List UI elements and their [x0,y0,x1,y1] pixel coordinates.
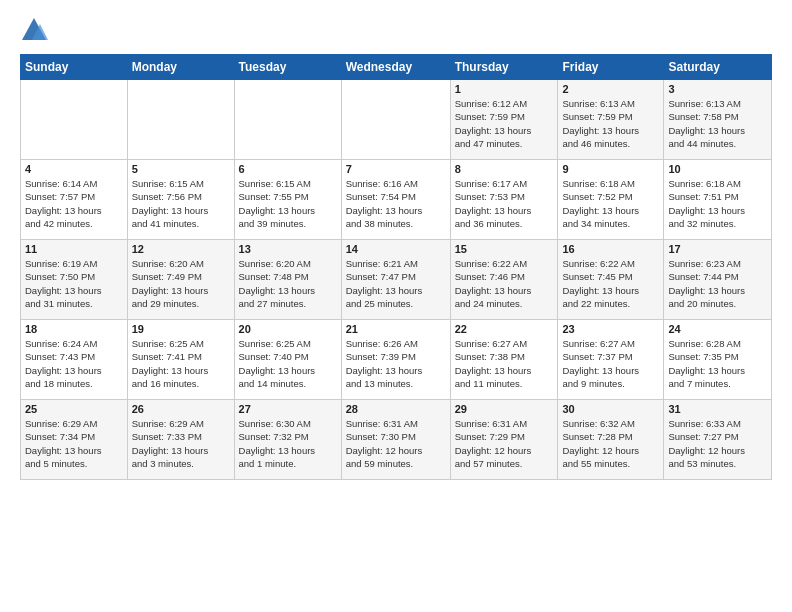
calendar-cell: 10Sunrise: 6:18 AMSunset: 7:51 PMDayligh… [664,160,772,240]
day-info: Sunrise: 6:13 AMSunset: 7:59 PMDaylight:… [562,97,659,150]
day-info: Sunrise: 6:15 AMSunset: 7:55 PMDaylight:… [239,177,337,230]
day-info: Sunrise: 6:18 AMSunset: 7:51 PMDaylight:… [668,177,767,230]
calendar-cell: 31Sunrise: 6:33 AMSunset: 7:27 PMDayligh… [664,400,772,480]
day-number: 21 [346,323,446,335]
day-number: 12 [132,243,230,255]
calendar-cell: 23Sunrise: 6:27 AMSunset: 7:37 PMDayligh… [558,320,664,400]
calendar-cell [341,80,450,160]
calendar-cell: 28Sunrise: 6:31 AMSunset: 7:30 PMDayligh… [341,400,450,480]
weekday-wednesday: Wednesday [341,55,450,80]
calendar-cell: 26Sunrise: 6:29 AMSunset: 7:33 PMDayligh… [127,400,234,480]
day-number: 7 [346,163,446,175]
day-info: Sunrise: 6:30 AMSunset: 7:32 PMDaylight:… [239,417,337,470]
calendar-row: 18Sunrise: 6:24 AMSunset: 7:43 PMDayligh… [21,320,772,400]
day-number: 25 [25,403,123,415]
day-info: Sunrise: 6:24 AMSunset: 7:43 PMDaylight:… [25,337,123,390]
calendar-cell: 18Sunrise: 6:24 AMSunset: 7:43 PMDayligh… [21,320,128,400]
day-number: 13 [239,243,337,255]
weekday-friday: Friday [558,55,664,80]
day-info: Sunrise: 6:12 AMSunset: 7:59 PMDaylight:… [455,97,554,150]
day-info: Sunrise: 6:20 AMSunset: 7:49 PMDaylight:… [132,257,230,310]
day-info: Sunrise: 6:27 AMSunset: 7:38 PMDaylight:… [455,337,554,390]
day-info: Sunrise: 6:28 AMSunset: 7:35 PMDaylight:… [668,337,767,390]
calendar-cell [127,80,234,160]
day-info: Sunrise: 6:19 AMSunset: 7:50 PMDaylight:… [25,257,123,310]
day-info: Sunrise: 6:13 AMSunset: 7:58 PMDaylight:… [668,97,767,150]
calendar-cell: 16Sunrise: 6:22 AMSunset: 7:45 PMDayligh… [558,240,664,320]
day-number: 18 [25,323,123,335]
day-number: 19 [132,323,230,335]
calendar-cell: 5Sunrise: 6:15 AMSunset: 7:56 PMDaylight… [127,160,234,240]
calendar-page: SundayMondayTuesdayWednesdayThursdayFrid… [0,0,792,612]
page-header [20,16,772,44]
day-number: 24 [668,323,767,335]
calendar-cell: 25Sunrise: 6:29 AMSunset: 7:34 PMDayligh… [21,400,128,480]
calendar-cell: 4Sunrise: 6:14 AMSunset: 7:57 PMDaylight… [21,160,128,240]
calendar-cell: 24Sunrise: 6:28 AMSunset: 7:35 PMDayligh… [664,320,772,400]
day-number: 9 [562,163,659,175]
day-info: Sunrise: 6:22 AMSunset: 7:46 PMDaylight:… [455,257,554,310]
day-number: 28 [346,403,446,415]
day-number: 10 [668,163,767,175]
day-info: Sunrise: 6:20 AMSunset: 7:48 PMDaylight:… [239,257,337,310]
calendar-cell: 9Sunrise: 6:18 AMSunset: 7:52 PMDaylight… [558,160,664,240]
day-number: 3 [668,83,767,95]
day-number: 26 [132,403,230,415]
calendar-cell: 13Sunrise: 6:20 AMSunset: 7:48 PMDayligh… [234,240,341,320]
day-info: Sunrise: 6:18 AMSunset: 7:52 PMDaylight:… [562,177,659,230]
calendar-cell: 15Sunrise: 6:22 AMSunset: 7:46 PMDayligh… [450,240,558,320]
calendar-cell: 6Sunrise: 6:15 AMSunset: 7:55 PMDaylight… [234,160,341,240]
calendar-cell: 22Sunrise: 6:27 AMSunset: 7:38 PMDayligh… [450,320,558,400]
calendar-cell: 29Sunrise: 6:31 AMSunset: 7:29 PMDayligh… [450,400,558,480]
logo-icon [20,16,48,44]
day-info: Sunrise: 6:26 AMSunset: 7:39 PMDaylight:… [346,337,446,390]
day-info: Sunrise: 6:16 AMSunset: 7:54 PMDaylight:… [346,177,446,230]
calendar-cell: 11Sunrise: 6:19 AMSunset: 7:50 PMDayligh… [21,240,128,320]
calendar-cell: 3Sunrise: 6:13 AMSunset: 7:58 PMDaylight… [664,80,772,160]
day-number: 2 [562,83,659,95]
weekday-header-row: SundayMondayTuesdayWednesdayThursdayFrid… [21,55,772,80]
calendar-cell: 12Sunrise: 6:20 AMSunset: 7:49 PMDayligh… [127,240,234,320]
day-number: 29 [455,403,554,415]
calendar-row: 11Sunrise: 6:19 AMSunset: 7:50 PMDayligh… [21,240,772,320]
day-number: 1 [455,83,554,95]
day-info: Sunrise: 6:25 AMSunset: 7:40 PMDaylight:… [239,337,337,390]
day-number: 17 [668,243,767,255]
day-number: 31 [668,403,767,415]
day-number: 30 [562,403,659,415]
day-number: 8 [455,163,554,175]
day-info: Sunrise: 6:27 AMSunset: 7:37 PMDaylight:… [562,337,659,390]
day-number: 27 [239,403,337,415]
day-number: 16 [562,243,659,255]
calendar-cell: 19Sunrise: 6:25 AMSunset: 7:41 PMDayligh… [127,320,234,400]
calendar-row: 4Sunrise: 6:14 AMSunset: 7:57 PMDaylight… [21,160,772,240]
day-number: 5 [132,163,230,175]
day-number: 6 [239,163,337,175]
calendar-cell: 2Sunrise: 6:13 AMSunset: 7:59 PMDaylight… [558,80,664,160]
day-number: 22 [455,323,554,335]
day-info: Sunrise: 6:22 AMSunset: 7:45 PMDaylight:… [562,257,659,310]
calendar-cell: 8Sunrise: 6:17 AMSunset: 7:53 PMDaylight… [450,160,558,240]
weekday-monday: Monday [127,55,234,80]
calendar-cell [234,80,341,160]
day-info: Sunrise: 6:29 AMSunset: 7:34 PMDaylight:… [25,417,123,470]
day-info: Sunrise: 6:25 AMSunset: 7:41 PMDaylight:… [132,337,230,390]
day-number: 4 [25,163,123,175]
logo [20,16,52,44]
day-info: Sunrise: 6:31 AMSunset: 7:29 PMDaylight:… [455,417,554,470]
calendar-cell: 17Sunrise: 6:23 AMSunset: 7:44 PMDayligh… [664,240,772,320]
day-info: Sunrise: 6:14 AMSunset: 7:57 PMDaylight:… [25,177,123,230]
calendar-row: 1Sunrise: 6:12 AMSunset: 7:59 PMDaylight… [21,80,772,160]
day-number: 15 [455,243,554,255]
day-info: Sunrise: 6:29 AMSunset: 7:33 PMDaylight:… [132,417,230,470]
calendar-cell: 27Sunrise: 6:30 AMSunset: 7:32 PMDayligh… [234,400,341,480]
calendar-cell: 7Sunrise: 6:16 AMSunset: 7:54 PMDaylight… [341,160,450,240]
calendar-cell [21,80,128,160]
calendar-row: 25Sunrise: 6:29 AMSunset: 7:34 PMDayligh… [21,400,772,480]
weekday-sunday: Sunday [21,55,128,80]
calendar-cell: 20Sunrise: 6:25 AMSunset: 7:40 PMDayligh… [234,320,341,400]
calendar-cell: 30Sunrise: 6:32 AMSunset: 7:28 PMDayligh… [558,400,664,480]
day-info: Sunrise: 6:23 AMSunset: 7:44 PMDaylight:… [668,257,767,310]
day-info: Sunrise: 6:32 AMSunset: 7:28 PMDaylight:… [562,417,659,470]
day-info: Sunrise: 6:17 AMSunset: 7:53 PMDaylight:… [455,177,554,230]
